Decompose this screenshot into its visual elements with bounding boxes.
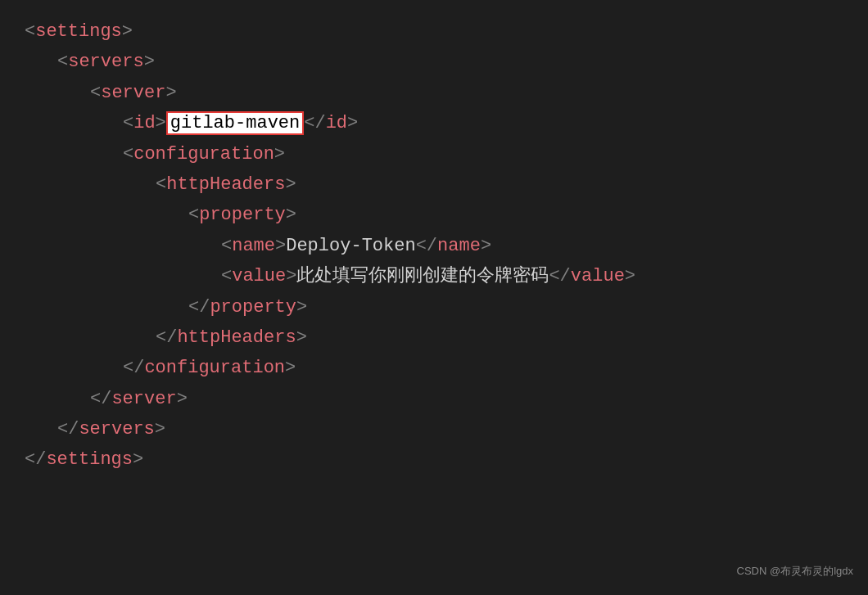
code-line: <property>: [25, 200, 843, 230]
code-block: <settings><servers><server><id>gitlab-ma…: [25, 16, 843, 476]
code-line: <settings>: [25, 16, 843, 47]
tag-bracket: </: [416, 236, 437, 256]
code-line: <httpHeaders>: [25, 169, 843, 200]
tag-bracket: >: [133, 449, 143, 470]
code-line: <servers>: [25, 47, 843, 77]
code-line: </property>: [25, 292, 843, 322]
code-line: <server>: [25, 78, 843, 108]
tag-bracket: >: [275, 236, 286, 256]
tag-bracket: >: [285, 358, 296, 378]
tag-name: httpHeaders: [166, 174, 285, 195]
tag-name: server: [101, 83, 165, 103]
code-line: <configuration>: [25, 139, 843, 169]
tag-bracket: </: [123, 358, 144, 378]
tag-bracket: <: [123, 113, 133, 133]
tag-bracket: >: [274, 144, 285, 165]
tag-name: configuration: [144, 358, 285, 378]
code-line: </configuration>: [25, 353, 843, 383]
tag-bracket: >: [156, 113, 166, 133]
code-line: <id>gitlab-maven</id>: [25, 108, 843, 138]
tag-name: configuration: [133, 144, 274, 165]
tag-bracket: <: [188, 205, 199, 225]
tag-name: property: [210, 297, 296, 318]
tag-name: id: [326, 113, 347, 133]
tag-bracket: >: [286, 205, 296, 225]
code-line: <value>此处填写你刚刚创建的令牌密码</value>: [25, 261, 843, 291]
tag-bracket: <: [156, 174, 166, 195]
tag-bracket: >: [165, 83, 176, 103]
tag-bracket: </: [90, 389, 111, 409]
tag-bracket: >: [625, 266, 635, 286]
tag-name: settings: [35, 21, 122, 42]
tag-name: settings: [46, 449, 133, 470]
tag-bracket: <: [221, 266, 232, 286]
watermark: CSDN @布灵布灵的lgdx: [737, 562, 854, 580]
tag-name: property: [199, 205, 286, 225]
highlighted-value: gitlab-maven: [166, 111, 304, 135]
tag-bracket: <: [221, 236, 232, 256]
tag-bracket: </: [549, 266, 570, 286]
tag-bracket: >: [144, 52, 155, 72]
tag-name: server: [111, 389, 176, 409]
tag-bracket: >: [481, 236, 491, 256]
tag-name: httpHeaders: [177, 327, 296, 348]
tag-bracket: >: [122, 21, 133, 42]
tag-bracket: </: [156, 327, 177, 348]
tag-bracket: >: [296, 297, 307, 318]
tag-bracket: <: [57, 52, 68, 72]
tag-name: servers: [68, 52, 143, 72]
code-line: </server>: [25, 384, 843, 414]
tag-bracket: <: [123, 144, 133, 165]
tag-bracket: <: [90, 83, 101, 103]
tag-bracket: </: [57, 419, 79, 439]
tag-name: value: [571, 266, 625, 286]
tag-bracket: >: [296, 327, 307, 348]
text-content: Deploy-Token: [286, 236, 415, 256]
code-line: </httpHeaders>: [25, 322, 843, 353]
tag-bracket: </: [25, 449, 46, 470]
tag-bracket: >: [285, 174, 296, 195]
tag-name: servers: [79, 419, 154, 439]
code-line: </settings>: [25, 444, 843, 475]
tag-bracket: </: [188, 297, 210, 318]
tag-bracket: <: [25, 21, 35, 42]
code-line: <name>Deploy-Token</name>: [25, 231, 843, 261]
tag-bracket: >: [155, 419, 165, 439]
tag-bracket: >: [286, 266, 296, 286]
tag-name: name: [437, 236, 481, 256]
tag-name: id: [133, 113, 155, 133]
text-content: 此处填写你刚刚创建的令牌密码: [296, 266, 549, 286]
code-line: </servers>: [25, 414, 843, 444]
tag-name: name: [232, 236, 275, 256]
tag-bracket: >: [177, 389, 188, 409]
tag-bracket: </: [304, 113, 325, 133]
tag-bracket: >: [347, 113, 358, 133]
tag-name: value: [232, 266, 286, 286]
